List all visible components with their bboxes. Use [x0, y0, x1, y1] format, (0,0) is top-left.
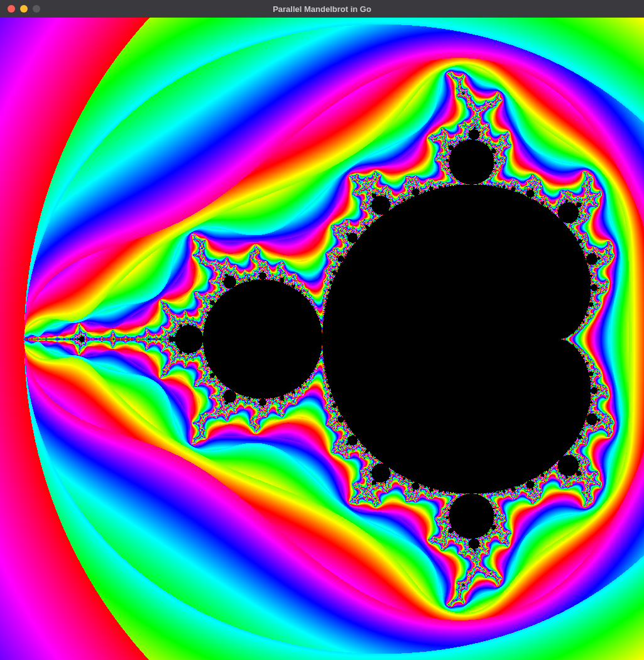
maximize-window-button[interactable] — [33, 5, 40, 13]
mandelbrot-canvas[interactable] — [0, 18, 644, 660]
minimize-window-button[interactable] — [20, 5, 28, 13]
traffic-lights — [0, 5, 40, 13]
close-window-button[interactable] — [8, 5, 15, 13]
content-area — [0, 18, 644, 660]
window-title: Parallel Mandelbrot in Go — [0, 4, 644, 14]
titlebar[interactable]: Parallel Mandelbrot in Go — [0, 0, 644, 18]
app-window: Parallel Mandelbrot in Go — [0, 0, 644, 660]
